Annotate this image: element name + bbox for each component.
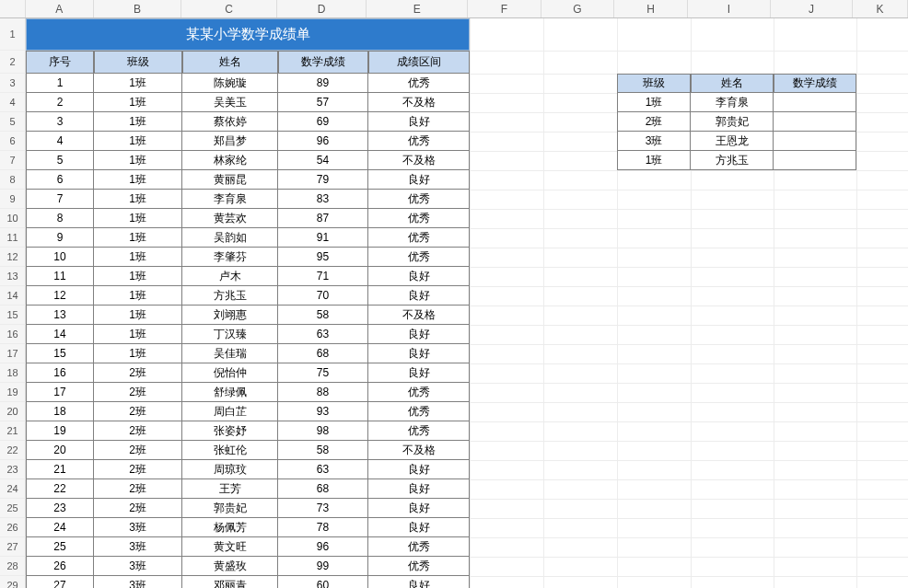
main-cell-4-name[interactable]: 林家纶 [182, 151, 278, 170]
main-cell-25-score[interactable]: 99 [278, 557, 368, 576]
row-header-19[interactable]: 19 [0, 383, 26, 402]
main-cell-22-score[interactable]: 73 [278, 499, 368, 518]
main-cell-11-class[interactable]: 1班 [94, 286, 182, 306]
main-cell-18-score[interactable]: 98 [278, 421, 368, 441]
main-cell-10-name[interactable]: 卢木 [182, 267, 278, 286]
main-cell-18-class[interactable]: 2班 [94, 421, 182, 441]
main-cell-25-class[interactable]: 3班 [94, 557, 182, 576]
main-cell-7-name[interactable]: 黄芸欢 [182, 209, 278, 228]
main-cell-1-range[interactable]: 不及格 [368, 93, 470, 112]
main-cell-25-seq[interactable]: 26 [26, 557, 94, 576]
main-cell-0-class[interactable]: 1班 [94, 74, 182, 93]
main-cell-9-class[interactable]: 1班 [94, 248, 182, 267]
main-cell-12-range[interactable]: 不及格 [368, 306, 470, 325]
main-cell-16-score[interactable]: 88 [278, 383, 368, 402]
row-header-8[interactable]: 8 [0, 170, 26, 190]
row-header-25[interactable]: 25 [0, 499, 26, 518]
main-cell-3-score[interactable]: 96 [278, 132, 368, 151]
main-cell-22-seq[interactable]: 23 [26, 499, 94, 518]
main-cell-6-class[interactable]: 1班 [94, 190, 182, 209]
main-cell-23-class[interactable]: 3班 [94, 518, 182, 537]
main-cell-19-range[interactable]: 不及格 [368, 441, 470, 460]
row-header-9[interactable]: 9 [0, 190, 26, 209]
row-header-26[interactable]: 26 [0, 518, 26, 537]
main-cell-3-range[interactable]: 优秀 [368, 132, 470, 151]
row-header-23[interactable]: 23 [0, 460, 26, 479]
main-cell-26-range[interactable]: 良好 [368, 576, 470, 588]
main-cell-1-score[interactable]: 57 [278, 93, 368, 112]
row-header-21[interactable]: 21 [0, 421, 26, 441]
lookup-cell-3-class[interactable]: 1班 [617, 151, 691, 170]
row-header-2[interactable]: 2 [0, 51, 26, 74]
row-header-11[interactable]: 11 [0, 228, 26, 248]
lookup-cell-3-score[interactable] [774, 151, 856, 170]
main-cell-20-name[interactable]: 周琼玟 [182, 460, 278, 479]
lookup-cell-1-class[interactable]: 2班 [617, 112, 691, 132]
main-cell-21-score[interactable]: 68 [278, 479, 368, 499]
row-header-12[interactable]: 12 [0, 248, 26, 267]
main-cell-5-class[interactable]: 1班 [94, 170, 182, 190]
column-header-G[interactable]: G [541, 0, 615, 17]
main-cell-18-range[interactable]: 优秀 [368, 421, 470, 441]
main-cell-19-name[interactable]: 张虹伦 [182, 441, 278, 460]
row-header-17[interactable]: 17 [0, 344, 26, 363]
main-cell-8-range[interactable]: 优秀 [368, 228, 470, 248]
main-cell-0-name[interactable]: 陈婉璇 [182, 74, 278, 93]
main-cell-4-class[interactable]: 1班 [94, 151, 182, 170]
main-cell-15-range[interactable]: 良好 [368, 363, 470, 383]
main-cell-2-range[interactable]: 良好 [368, 112, 470, 132]
row-header-18[interactable]: 18 [0, 363, 26, 383]
main-cell-3-class[interactable]: 1班 [94, 132, 182, 151]
main-cell-13-score[interactable]: 63 [278, 325, 368, 344]
main-cell-2-class[interactable]: 1班 [94, 112, 182, 132]
row-header-22[interactable]: 22 [0, 441, 26, 460]
main-cell-12-name[interactable]: 刘翊惠 [182, 306, 278, 325]
main-cell-25-range[interactable]: 优秀 [368, 557, 470, 576]
main-cell-3-seq[interactable]: 4 [26, 132, 94, 151]
main-cell-20-score[interactable]: 63 [278, 460, 368, 479]
main-cell-20-seq[interactable]: 21 [26, 460, 94, 479]
main-cell-21-class[interactable]: 2班 [94, 479, 182, 499]
main-cell-8-name[interactable]: 吴韵如 [182, 228, 278, 248]
main-cell-6-seq[interactable]: 7 [26, 190, 94, 209]
main-cell-14-seq[interactable]: 15 [26, 344, 94, 363]
main-cell-22-name[interactable]: 郭贵妃 [182, 499, 278, 518]
main-cell-13-name[interactable]: 丁汉臻 [182, 325, 278, 344]
main-cell-5-name[interactable]: 黄丽昆 [182, 170, 278, 190]
main-cell-6-name[interactable]: 李育泉 [182, 190, 278, 209]
main-cell-26-name[interactable]: 邓丽青 [182, 576, 278, 588]
main-cell-26-class[interactable]: 3班 [94, 576, 182, 588]
row-header-20[interactable]: 20 [0, 402, 26, 421]
lookup-cell-0-name[interactable]: 李育泉 [691, 93, 774, 112]
main-cell-12-seq[interactable]: 13 [26, 306, 94, 325]
main-cell-19-seq[interactable]: 20 [26, 441, 94, 460]
lookup-cell-3-name[interactable]: 方兆玉 [691, 151, 774, 170]
column-header-K[interactable]: K [853, 0, 908, 17]
main-cell-11-seq[interactable]: 12 [26, 286, 94, 306]
main-cell-21-range[interactable]: 良好 [368, 479, 470, 499]
main-cell-7-score[interactable]: 87 [278, 209, 368, 228]
main-cell-15-class[interactable]: 2班 [94, 363, 182, 383]
column-header-F[interactable]: F [468, 0, 541, 17]
lookup-cell-0-score[interactable] [774, 93, 856, 112]
row-header-14[interactable]: 14 [0, 286, 26, 306]
main-cell-6-range[interactable]: 优秀 [368, 190, 470, 209]
main-cell-7-seq[interactable]: 8 [26, 209, 94, 228]
main-cell-4-seq[interactable]: 5 [26, 151, 94, 170]
main-cell-13-seq[interactable]: 14 [26, 325, 94, 344]
main-cell-3-name[interactable]: 郑昌梦 [182, 132, 278, 151]
main-cell-17-name[interactable]: 周白芷 [182, 402, 278, 421]
main-cell-15-name[interactable]: 倪怡仲 [182, 363, 278, 383]
main-cell-6-score[interactable]: 83 [278, 190, 368, 209]
main-cell-19-score[interactable]: 58 [278, 441, 368, 460]
column-header-I[interactable]: I [688, 0, 771, 17]
main-cell-8-score[interactable]: 91 [278, 228, 368, 248]
main-cell-12-score[interactable]: 58 [278, 306, 368, 325]
main-cell-9-range[interactable]: 优秀 [368, 248, 470, 267]
column-header-C[interactable]: C [181, 0, 277, 17]
main-cell-9-seq[interactable]: 10 [26, 248, 94, 267]
main-cell-17-class[interactable]: 2班 [94, 402, 182, 421]
main-cell-9-score[interactable]: 95 [278, 248, 368, 267]
main-cell-25-name[interactable]: 黄盛玫 [182, 557, 278, 576]
row-header-3[interactable]: 3 [0, 74, 26, 93]
